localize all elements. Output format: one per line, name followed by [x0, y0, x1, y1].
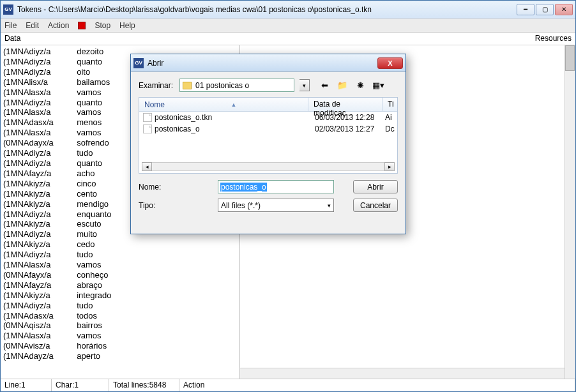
- data-row[interactable]: (1MNAlasx/a vamos: [3, 331, 237, 341]
- examine-dropdown[interactable]: 01 postonicas o: [179, 79, 294, 92]
- chevron-down-icon: ▾: [328, 202, 331, 209]
- header-resources: Resources: [535, 33, 575, 45]
- menu-file[interactable]: File: [4, 21, 17, 30]
- filename-input[interactable]: postonicas_o: [218, 180, 334, 193]
- horizontal-scrollbar[interactable]: [240, 368, 565, 379]
- data-row[interactable]: (0MNAqisz/a bairros: [3, 320, 237, 331]
- header-data: Data: [1, 33, 535, 45]
- titlebar[interactable]: GV Tokens - C:\Users\Marcio\Desktop\lari…: [1, 1, 575, 19]
- data-row[interactable]: (1MNAkiyz/a cedo: [3, 239, 237, 250]
- filetype-value: All files (*.*): [221, 201, 261, 210]
- data-row[interactable]: (1MNAdiyz/a tudo: [3, 301, 237, 311]
- cancel-button[interactable]: Cancelar: [353, 199, 398, 212]
- data-row[interactable]: (0MNAvisz/a horários: [3, 341, 237, 351]
- status-line: Line:1: [1, 379, 52, 391]
- maximize-button[interactable]: ▢: [536, 4, 554, 15]
- data-row[interactable]: (1MNAdiyz/a tudo: [3, 250, 237, 260]
- file-row[interactable]: postonicas_o02/03/2013 12:27Dc: [139, 123, 397, 135]
- examine-value: 01 postonicas o: [195, 81, 249, 90]
- column-header: Data Resources: [1, 33, 575, 45]
- statusbar: Line:1 Char:1 Total lines:5848 Action: [1, 379, 575, 391]
- file-list-header[interactable]: Nome▲ Data de modificaç... Ti: [139, 98, 397, 112]
- status-char: Char:1: [52, 379, 109, 391]
- up-folder-icon[interactable]: 📁: [337, 80, 348, 91]
- menu-help[interactable]: Help: [119, 21, 135, 30]
- file-list[interactable]: Nome▲ Data de modificaç... Ti postonicas…: [139, 97, 398, 174]
- stop-icon[interactable]: [78, 22, 86, 29]
- data-row[interactable]: (1MNAfayz/a abraço: [3, 280, 237, 290]
- file-icon: [143, 124, 152, 133]
- close-button[interactable]: ✕: [555, 4, 573, 15]
- menu-edit[interactable]: Edit: [26, 21, 39, 30]
- data-row[interactable]: (1MNAkiyz/a integrado: [3, 290, 237, 301]
- file-row[interactable]: postonicas_o.tkn06/03/2013 12:28Ai: [139, 112, 397, 123]
- menu-stop[interactable]: Stop: [95, 21, 110, 30]
- vertical-scrollbar[interactable]: [565, 45, 575, 379]
- dialog-app-icon: GV: [133, 58, 144, 68]
- data-row[interactable]: (0MNAfayx/a conheço: [3, 270, 237, 280]
- type-label: Tipo:: [139, 201, 174, 210]
- data-row[interactable]: (1MNAdayz/a aperto: [3, 351, 237, 361]
- col-type[interactable]: Ti: [383, 98, 398, 111]
- col-name[interactable]: Nome▲: [139, 98, 308, 111]
- open-dialog: GV Abrir X Examinar: 01 postonicas o ▾ ⬅…: [130, 54, 406, 234]
- sort-asc-icon: ▲: [231, 102, 237, 108]
- open-button[interactable]: Abrir: [353, 180, 398, 193]
- status-total: Total lines:5848: [109, 379, 179, 391]
- view-menu-icon[interactable]: ▦▾: [372, 80, 384, 91]
- menubar: File Edit Action Stop Help: [1, 19, 575, 33]
- window-title: Tokens - C:\Users\Marcio\Desktop\larissa…: [17, 5, 517, 14]
- app-icon: GV: [3, 4, 13, 15]
- dialog-title: Abrir: [148, 59, 377, 68]
- data-row[interactable]: (1MNAdasx/a todos: [3, 311, 237, 321]
- data-row[interactable]: (1MNAlasx/a vamos: [3, 260, 237, 270]
- examine-dropdown-arrow[interactable]: ▾: [299, 79, 310, 91]
- file-list-hscroll[interactable]: ◂ ▸: [142, 162, 395, 172]
- filename-value: postonicas_o: [220, 183, 267, 192]
- scroll-right-icon[interactable]: ▸: [384, 162, 395, 171]
- name-label: Nome:: [139, 183, 174, 192]
- examine-label: Examinar:: [139, 81, 174, 90]
- filetype-dropdown[interactable]: All files (*.*) ▾: [218, 199, 334, 212]
- minimize-button[interactable]: ━: [517, 4, 534, 15]
- dialog-titlebar[interactable]: GV Abrir X: [131, 54, 405, 72]
- folder-icon: [183, 82, 192, 89]
- menu-action[interactable]: Action: [48, 21, 69, 30]
- col-date[interactable]: Data de modificaç...: [308, 98, 383, 111]
- scroll-left-icon[interactable]: ◂: [142, 162, 152, 171]
- dialog-close-button[interactable]: X: [377, 57, 403, 69]
- new-folder-icon[interactable]: ✺: [354, 80, 366, 91]
- file-icon: [143, 113, 152, 122]
- back-icon[interactable]: ⬅: [319, 80, 330, 91]
- status-action: Action: [179, 379, 575, 391]
